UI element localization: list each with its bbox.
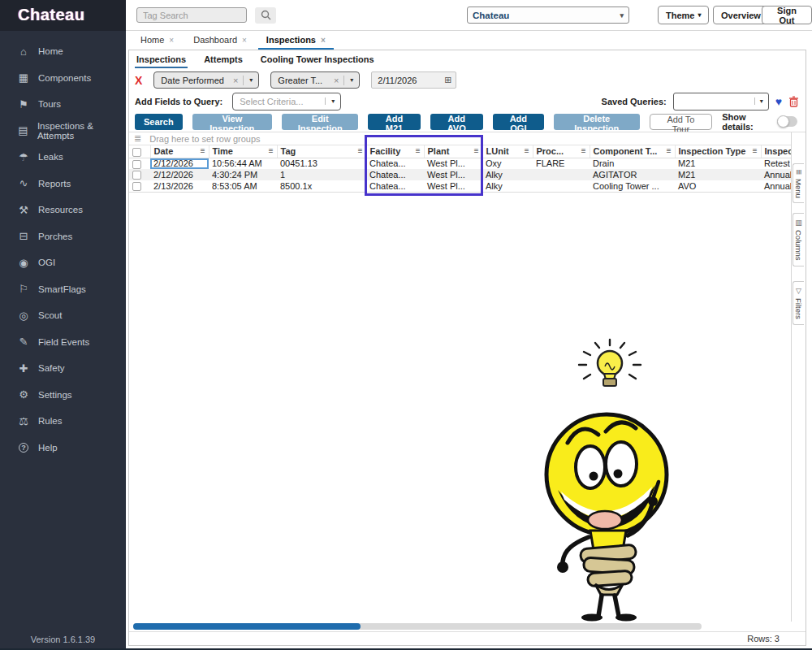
- column-header-lunit[interactable]: LUnit≡: [482, 145, 533, 158]
- grid-cell-process[interactable]: [533, 169, 590, 180]
- sidebar-item-inspections-attempts[interactable]: ▤ Inspections & Attempts: [0, 118, 126, 145]
- grid-cell-component-type[interactable]: Cooling Tower ...: [590, 180, 675, 192]
- search-button[interactable]: Search: [135, 114, 183, 130]
- saved-queries-dropdown[interactable]: ▾: [673, 93, 769, 110]
- close-icon[interactable]: ×: [169, 36, 174, 45]
- side-tab-filters[interactable]: ▽ Filters: [793, 281, 804, 325]
- sidebar-item-ogi[interactable]: ◉ OGI: [0, 249, 126, 276]
- column-header-plant[interactable]: Plant≡: [424, 145, 482, 158]
- view-inspection-button[interactable]: View Inspection: [192, 114, 272, 130]
- grid-cell-date[interactable]: 2/13/2026: [150, 180, 209, 192]
- sidebar-item-leaks[interactable]: ☂ Leaks: [0, 144, 126, 171]
- sidebar-item-smartflags[interactable]: ⚐ SmartFlags: [0, 276, 126, 303]
- clear-icon[interactable]: ×: [329, 76, 344, 85]
- tag-search-button[interactable]: [255, 7, 276, 24]
- grid-cell-tag[interactable]: 1: [277, 169, 366, 180]
- sidebar-item-components[interactable]: ▦ Components: [0, 65, 126, 92]
- close-icon[interactable]: ×: [321, 36, 326, 45]
- edit-inspection-button[interactable]: Edit Inspection: [282, 114, 358, 130]
- column-menu-icon[interactable]: ≡: [474, 146, 479, 155]
- grid-cell-tag[interactable]: 8500.1x: [277, 180, 366, 192]
- grid-cell-inspec[interactable]: Annual: [761, 169, 791, 180]
- column-header-inspec[interactable]: Inspec: [761, 145, 791, 158]
- grid-cell-inspection-type[interactable]: AVO: [675, 180, 761, 192]
- table-row[interactable]: 2/12/2026 4:30:24 PM 1 Chatea... West Pl…: [129, 169, 791, 180]
- grid-cell-plant[interactable]: West Pl...: [424, 158, 482, 169]
- clear-icon[interactable]: ×: [228, 76, 244, 85]
- column-menu-icon[interactable]: ≡: [416, 146, 421, 155]
- scrollbar-thumb[interactable]: [133, 623, 361, 630]
- grid-cell-inspection-type[interactable]: M21: [675, 169, 761, 180]
- grid-cell-lunit[interactable]: Alky: [482, 180, 533, 192]
- grid-cell-plant[interactable]: West Pl...: [424, 169, 482, 180]
- side-tab-columns[interactable]: ▥ Columns: [793, 213, 804, 266]
- tab-home[interactable]: Home ×: [132, 32, 182, 50]
- column-menu-icon[interactable]: ≡: [753, 146, 758, 155]
- column-menu-icon[interactable]: ≡: [269, 146, 274, 155]
- query-field-select[interactable]: Date Performed × ▾: [153, 72, 259, 89]
- overview-button[interactable]: Overview: [713, 6, 769, 24]
- sidebar-item-reports[interactable]: ∿ Reports: [0, 171, 126, 197]
- grid-cell-plant[interactable]: West Pl...: [424, 180, 482, 192]
- column-header-component-type[interactable]: Component T...≡: [590, 145, 675, 158]
- column-header-facility[interactable]: Facility≡: [366, 145, 424, 158]
- tab-inspections[interactable]: Inspections ×: [258, 32, 334, 50]
- column-header-date[interactable]: Date≡: [150, 145, 209, 158]
- grid-cell-lunit[interactable]: Alky: [482, 169, 533, 180]
- select-criteria-dropdown[interactable]: Select Criteria... ▾: [232, 93, 341, 110]
- row-checkbox[interactable]: [132, 171, 141, 180]
- scrollbar-track[interactable]: [133, 623, 702, 630]
- table-row[interactable]: 2/13/2026 8:53:05 AM 8500.1x Chatea... W…: [129, 180, 791, 192]
- column-header-time[interactable]: Time≡: [209, 145, 277, 158]
- column-header-process[interactable]: Proc...≡: [533, 145, 590, 158]
- delete-inspection-button[interactable]: Delete Inspection: [554, 114, 640, 130]
- grid-cell-facility[interactable]: Chatea...: [366, 169, 424, 180]
- table-row[interactable]: 2/12/2026 10:56:44 AM 00451.13 Chatea...…: [129, 158, 791, 169]
- row-checkbox[interactable]: [132, 182, 141, 191]
- grid-cell-date[interactable]: 2/12/2026: [150, 158, 209, 169]
- add-to-tour-button[interactable]: Add To Tour: [650, 114, 713, 130]
- grid-cell-process[interactable]: FLARE: [533, 158, 590, 169]
- sidebar-item-safety[interactable]: ✚ Safety: [0, 355, 126, 382]
- column-header-tag[interactable]: Tag≡: [277, 145, 366, 158]
- query-operator-select[interactable]: Greater T... × ▾: [270, 72, 360, 89]
- sidebar-item-scout[interactable]: ◎ Scout: [0, 302, 126, 329]
- sidebar-item-field-events[interactable]: ✎ Field Events: [0, 329, 126, 356]
- grid-cell-component-type[interactable]: Drain: [590, 158, 675, 169]
- grid-cell-lunit[interactable]: Oxy: [482, 158, 533, 169]
- select-all-checkbox[interactable]: [132, 148, 141, 157]
- sidebar-item-home[interactable]: ⌂ Home: [0, 38, 126, 65]
- grid-cell-component-type[interactable]: AGITATOR: [590, 169, 675, 180]
- delete-query-trash-icon[interactable]: [788, 96, 799, 107]
- theme-button[interactable]: Theme ▾: [658, 6, 709, 24]
- row-groups-drop-zone[interactable]: ≣ Drag here to set row groups: [129, 132, 791, 145]
- show-details-toggle[interactable]: [777, 116, 797, 127]
- sign-out-button[interactable]: Sign Out: [762, 6, 812, 24]
- close-icon[interactable]: ×: [242, 36, 247, 45]
- grid-cell-date[interactable]: 2/12/2026: [150, 169, 209, 180]
- add-ogi-button[interactable]: Add OGI: [493, 114, 544, 130]
- favorite-heart-icon[interactable]: ♥: [775, 95, 782, 108]
- tab-dashboard[interactable]: Dashboard ×: [185, 32, 255, 50]
- column-menu-icon[interactable]: ≡: [201, 146, 205, 155]
- column-menu-icon[interactable]: ≡: [358, 146, 363, 155]
- facility-select[interactable]: Chateau ▾: [467, 6, 629, 24]
- add-avo-button[interactable]: Add AVO: [430, 114, 483, 130]
- query-date-input[interactable]: [372, 76, 435, 85]
- grid-cell-facility[interactable]: Chatea...: [366, 180, 424, 192]
- grid-cell-time[interactable]: 10:56:44 AM: [209, 158, 277, 169]
- sidebar-item-settings[interactable]: ⚙ Settings: [0, 382, 126, 409]
- sidebar-item-porches[interactable]: ⊟ Porches: [0, 223, 126, 250]
- sidebar-item-help[interactable]: ? Help: [0, 435, 126, 462]
- column-menu-icon[interactable]: ≡: [581, 146, 586, 155]
- row-checkbox[interactable]: [132, 160, 141, 169]
- grid-cell-inspec[interactable]: Retest: [761, 158, 791, 169]
- sidebar-item-tours[interactable]: ⚑ Tours: [0, 91, 126, 118]
- calendar-icon[interactable]: ⊞: [444, 75, 456, 85]
- sidebar-item-rules[interactable]: ⚖ Rules: [0, 408, 126, 435]
- grid-cell-inspection-type[interactable]: M21: [675, 158, 761, 169]
- grid-cell-time[interactable]: 8:53:05 AM: [209, 180, 277, 192]
- subtab-cooling-tower-inspections[interactable]: Cooling Tower Inspections: [259, 51, 376, 68]
- grid-cell-time[interactable]: 4:30:24 PM: [209, 169, 277, 180]
- column-menu-icon[interactable]: ≡: [525, 146, 529, 155]
